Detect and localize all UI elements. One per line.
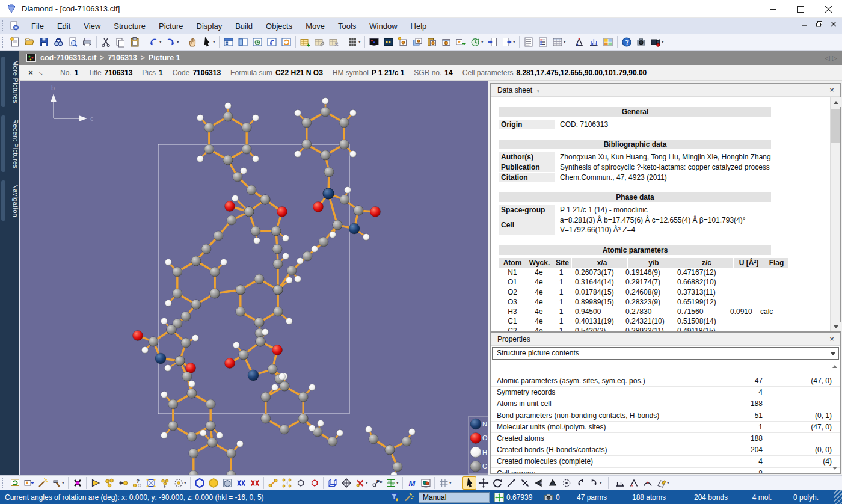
m-label-icon[interactable]: M: [405, 476, 419, 490]
atomic-table-row[interactable]: O24e10.01784(15)0.24608(9)0.37313(11): [499, 287, 830, 297]
bond-create-icon[interactable]: [266, 476, 280, 490]
view-split-icon[interactable]: [236, 35, 250, 49]
fill-wedge-icon[interactable]: [88, 476, 102, 490]
cell-pack-icon[interactable]: [144, 476, 158, 490]
cut-icon[interactable]: [99, 35, 113, 49]
picture-export-icon[interactable]: [453, 35, 468, 49]
grid-menu-dropdown-caret[interactable]: ▾: [358, 40, 363, 45]
data-sheet-close-icon[interactable]: ×: [827, 84, 837, 97]
redo-icon[interactable]: [164, 35, 178, 49]
atomic-table-row[interactable]: C14e10.40131(19)0.24321(10)0.51508(14): [499, 316, 830, 326]
draw-plane-icon[interactable]: [654, 476, 668, 490]
ruler-icon[interactable]: [613, 476, 627, 490]
undo-icon[interactable]: [146, 35, 161, 49]
table-delete-icon[interactable]: [327, 35, 341, 49]
data-table-dropdown-caret[interactable]: ▾: [564, 40, 568, 45]
build-icon[interactable]: [49, 476, 63, 490]
pack-grid-icon[interactable]: [384, 476, 398, 490]
find-icon[interactable]: [51, 35, 66, 49]
properties-row[interactable]: Created bonds (H-bonds/contacts)204(0, 0…: [491, 444, 840, 456]
list-report-icon[interactable]: [521, 35, 536, 49]
menu-file[interactable]: File: [25, 22, 51, 31]
screen-black-icon[interactable]: [367, 35, 381, 49]
sphere-dotted-dropdown-caret[interactable]: ▾: [184, 481, 188, 485]
move-mode-icon[interactable]: [476, 476, 490, 490]
atomic-table-row[interactable]: N14e10.26073(17)0.19146(9)0.47167(12): [499, 268, 830, 277]
properties-row[interactable]: Symmetry records4: [491, 387, 840, 398]
atoms-add-icon[interactable]: [102, 476, 116, 490]
close-button[interactable]: [814, 0, 842, 18]
properties-row[interactable]: Bond parameters (non-bonding contacts, H…: [491, 410, 840, 422]
sym-red-icon[interactable]: [248, 476, 262, 490]
properties-row[interactable]: Atomic parameters (asym. sites, sym.eq. …: [491, 375, 840, 387]
table-edit-icon[interactable]: [312, 35, 327, 49]
select-dropdown-caret[interactable]: ▾: [213, 40, 217, 45]
scrollbar-thumb[interactable]: [831, 109, 840, 143]
open-icon[interactable]: [22, 35, 37, 49]
step-fwd-dropdown-caret[interactable]: ▾: [600, 481, 604, 485]
breadcrumb-part[interactable]: cod-7106313.cif: [40, 54, 96, 62]
view-undo-icon[interactable]: [265, 35, 279, 49]
history-dropdown-caret[interactable]: ▾: [481, 40, 485, 45]
help-icon[interactable]: ?: [619, 35, 634, 49]
draw-plane-dropdown-caret[interactable]: ▾: [667, 481, 671, 485]
redo-dropdown-caret[interactable]: ▾: [177, 40, 181, 45]
export-doc-icon[interactable]: [500, 35, 514, 49]
menu-edit[interactable]: Edit: [51, 22, 77, 31]
snapshot-icon[interactable]: [634, 35, 648, 49]
print-preview-icon[interactable]: [66, 35, 80, 49]
menu-display[interactable]: Display: [190, 22, 229, 31]
sym-blue-icon[interactable]: [234, 476, 248, 490]
cluster-expand-icon[interactable]: [158, 476, 171, 490]
atomic-table-row[interactable]: H34e10.945000.278300.715600.0910calc: [499, 307, 830, 316]
save-icon[interactable]: [37, 35, 51, 49]
record-expand-icon[interactable]: →: [36, 69, 47, 77]
maximize-button[interactable]: [787, 0, 814, 18]
menu-structure[interactable]: Structure: [107, 22, 152, 31]
copy-icon[interactable]: [113, 35, 128, 49]
hex-yellow-icon[interactable]: [206, 476, 220, 490]
destroy-red-icon[interactable]: [353, 476, 367, 490]
sidebar-tab-recent-pictures[interactable]: Recent Pictures: [0, 113, 19, 174]
properties-close-icon[interactable]: ×: [827, 333, 837, 346]
atomic-table-row[interactable]: O14e10.31644(14)0.29174(7)0.66882(10): [499, 277, 830, 287]
pointer-icon[interactable]: [462, 476, 476, 490]
mdi-close-icon[interactable]: [829, 19, 838, 29]
print-icon[interactable]: [80, 35, 94, 49]
grid-tool-dropdown-caret[interactable]: ▾: [449, 481, 453, 485]
pack-grid-dropdown-caret[interactable]: ▾: [396, 481, 401, 485]
ring-red-icon[interactable]: [307, 476, 321, 490]
pack-cell-icon[interactable]: [220, 476, 234, 490]
properties-title-bar[interactable]: Properties ×: [491, 333, 840, 346]
destroy-x-icon[interactable]: [70, 476, 84, 490]
forward-icon[interactable]: [381, 35, 396, 49]
auto-build-wand-icon[interactable]: [403, 491, 415, 503]
angle-tool-icon[interactable]: [572, 35, 586, 49]
ring-small-icon[interactable]: [293, 476, 307, 490]
props-list-icon[interactable]: [536, 35, 550, 49]
mdi-minimize-icon[interactable]: [800, 19, 810, 29]
scroll-up-icon[interactable]: [831, 97, 841, 107]
menu-move[interactable]: Move: [299, 22, 331, 31]
breadcrumb[interactable]: cod-7106313.cif>7106313>Picture 1: [40, 54, 180, 62]
properties-row[interactable]: Created molecules (complete)4(4): [491, 456, 840, 467]
table-new-icon[interactable]: [298, 35, 312, 49]
view-tree-icon[interactable]: [221, 35, 236, 49]
document-menu-icon[interactable]: [9, 20, 21, 31]
picture-copy-icon[interactable]: [410, 35, 425, 49]
sidebar-tab-navigation[interactable]: Navigation: [0, 178, 19, 223]
menu-picture[interactable]: Picture: [152, 22, 189, 31]
menu-build[interactable]: Build: [229, 22, 259, 31]
atom-question-icon[interactable]: ?: [130, 476, 144, 490]
build-dropdown-caret[interactable]: ▾: [62, 481, 66, 485]
sidebar-tab-more-pictures[interactable]: More Pictures: [0, 54, 19, 109]
menu-tools[interactable]: Tools: [331, 22, 363, 31]
fe-label-icon[interactable]: Fe: [370, 476, 384, 490]
breadcrumb-forward-icon[interactable]: ▷: [832, 54, 837, 62]
data-table-icon[interactable]: [550, 35, 565, 49]
menu-window[interactable]: Window: [363, 22, 404, 31]
tilt-up-icon[interactable]: [545, 476, 559, 490]
hex-blue-icon[interactable]: [192, 476, 206, 490]
mdi-restore-icon[interactable]: [814, 19, 824, 29]
new-icon[interactable]: [8, 35, 22, 49]
